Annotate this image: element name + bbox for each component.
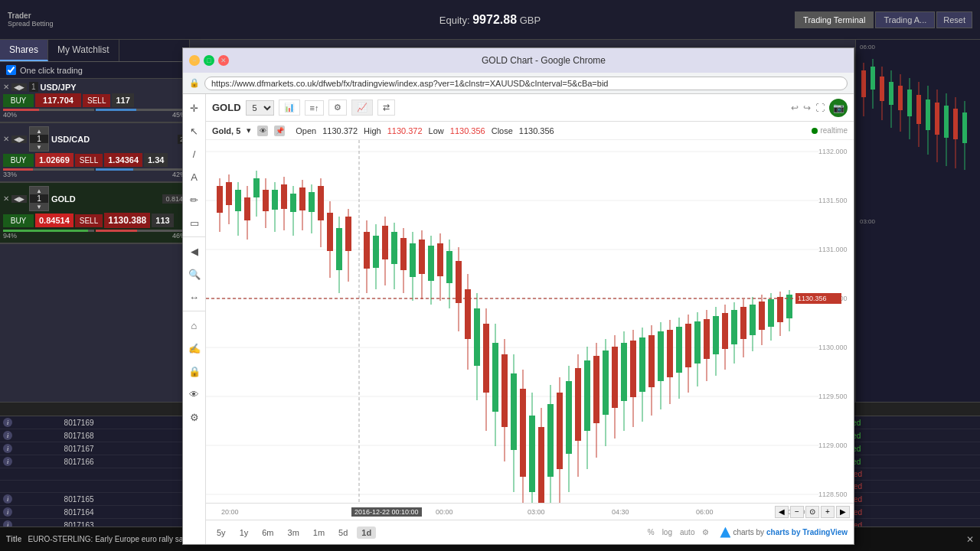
trade-info-7[interactable]: i — [3, 507, 12, 517]
gold-qty-up[interactable]: ▲ — [30, 187, 48, 194]
settings-bottom-tool[interactable]: ⚙ — [185, 408, 204, 426]
gold-buy-btn[interactable]: BUY — [3, 214, 34, 227]
chart-settings-btn[interactable]: ⚙ — [328, 99, 347, 116]
ohlc-close-value: 1130.356 — [519, 126, 554, 135]
trade-info-3[interactable]: i — [3, 457, 12, 466]
pair-gold: ✕ ◀▶ ▲ 1 ▼ GOLD 0.814 BUY 0.84514 SELL 1… — [0, 183, 189, 244]
one-click-checkbox[interactable] — [6, 65, 16, 75]
cursor-tool[interactable]: ↖ — [185, 122, 204, 140]
chart-expand-btn[interactable]: ⛶ — [815, 103, 825, 113]
chrome-minimize[interactable]: − — [189, 55, 200, 66]
selected-time-label: 2016-12-22 00:10:00 — [351, 507, 422, 517]
usdcad-qty-down[interactable]: ▼ — [30, 143, 48, 151]
trade-info-0[interactable]: i — [3, 418, 12, 427]
chart-camera-btn[interactable]: 📷 — [829, 99, 848, 117]
gold-sell-btn[interactable]: SELL — [75, 214, 103, 227]
tf-1y[interactable]: 1y — [235, 527, 253, 539]
svg-rect-30 — [263, 190, 269, 211]
chart-option-auto[interactable]: auto — [680, 528, 694, 536]
eye-tool[interactable]: 👁 — [185, 385, 204, 403]
svg-rect-138 — [768, 299, 774, 327]
pair-usdjpy-close[interactable]: ✕ — [3, 83, 9, 91]
usdcad-change: 1.02669 — [35, 153, 74, 167]
chart-interval-select[interactable]: 5 — [246, 100, 274, 116]
ohlc-open-label: Open — [296, 126, 316, 135]
tf-3m[interactable]: 3m — [283, 527, 304, 539]
chart-compare-btn[interactable]: ⇄ — [377, 99, 395, 116]
tf-1m[interactable]: 1m — [309, 527, 329, 539]
chart-redo-btn[interactable]: ↪ — [803, 103, 811, 113]
trade-info-2[interactable]: i — [3, 444, 12, 453]
tf-5d[interactable]: 5d — [334, 527, 352, 539]
chart-nav-zoom-in[interactable]: + — [821, 506, 835, 518]
svg-rect-155 — [898, 86, 903, 110]
svg-rect-100 — [593, 356, 599, 423]
svg-rect-60 — [410, 243, 416, 277]
lock-tool[interactable]: 🔒 — [185, 362, 204, 380]
main-container: Trader Spread Betting Equity: 9972.88 GB… — [0, 0, 980, 551]
pencil-tool[interactable]: ✍ — [185, 339, 204, 357]
pair-usdcad-close[interactable]: ✕ — [3, 135, 9, 143]
news-close-btn[interactable]: ✕ — [966, 534, 974, 545]
text-tool[interactable]: A — [185, 168, 204, 186]
trading-a-btn[interactable]: Trading A... — [875, 11, 935, 28]
chrome-close[interactable]: ✕ — [218, 55, 229, 66]
sidebar-tab-shares[interactable]: Shares — [0, 40, 48, 61]
crosshair-tool[interactable]: ✛ — [185, 99, 204, 117]
usdjpy-buy-btn[interactable]: BUY — [3, 94, 34, 107]
trade-info-6[interactable]: i — [3, 494, 12, 504]
chart-fullscreen-btn[interactable]: 📈 — [351, 99, 373, 116]
chart-indicators-btn[interactable]: ≡↑ — [305, 100, 325, 116]
one-click-label[interactable]: One click trading — [20, 66, 83, 75]
chart-option-settings[interactable]: ⚙ — [702, 528, 709, 536]
pair-usdjpy: ✕ ◀▶ 1 USD/JPY BUY 117.704 SELL 117 40% — [0, 79, 189, 123]
trading-terminal-btn[interactable]: Trading Terminal — [795, 11, 874, 28]
svg-rect-165 — [944, 106, 949, 138]
chart-option-log[interactable]: log — [662, 528, 672, 536]
trade-info-1[interactable]: i — [3, 431, 12, 440]
home-tool[interactable]: ⌂ — [185, 316, 204, 334]
usdcad-qty-up[interactable]: ▲ — [30, 127, 48, 135]
tradingview-link[interactable]: charts by TradingView — [766, 528, 848, 536]
chart-symbol-btn[interactable]: GOLD — [212, 102, 241, 113]
chrome-maximize[interactable]: □ — [204, 55, 214, 66]
tf-5y[interactable]: 5y — [212, 527, 230, 539]
sidebar-tab-watchlist[interactable]: My Watchlist — [48, 40, 119, 61]
usdcad-sell-btn[interactable]: SELL — [75, 154, 103, 167]
chart-svg-container[interactable]: 1132.000 1131.500 1131.000 1130.500 1130… — [206, 140, 854, 503]
chart-time-axis: 2016-12-22 00:10:00 20:00 21 00:00 03:00… — [206, 503, 854, 520]
usdjpy-qty-label: 1 — [29, 82, 38, 92]
reset-btn[interactable]: Reset — [936, 11, 972, 28]
svg-rect-132 — [740, 307, 746, 339]
tf-1d[interactable]: 1d — [357, 527, 376, 539]
chart-settings-icon2[interactable]: ▾ — [247, 126, 251, 135]
trendline-tool[interactable]: / — [185, 145, 204, 163]
back-tool[interactable]: ◀ — [185, 242, 204, 260]
chart-pin-icon[interactable]: 📌 — [274, 126, 285, 136]
chart-nav-back[interactable]: ◀ — [775, 506, 789, 518]
svg-rect-52 — [373, 236, 379, 268]
chart-nav-reset[interactable]: ⊙ — [805, 506, 819, 518]
usdjpy-sell-btn[interactable]: SELL — [83, 94, 110, 107]
rect-tool[interactable]: ▭ — [185, 214, 204, 232]
realtime-dot — [812, 128, 818, 134]
pair-gold-close[interactable]: ✕ — [3, 194, 9, 203]
chrome-url[interactable]: https://www.dfmarkets.co.uk/dfweb/fx/tra… — [204, 77, 848, 90]
measure-tool[interactable]: ↔ — [185, 288, 204, 306]
chart-bar-type-btn[interactable]: 📊 — [279, 99, 300, 116]
chart-nav-fwd[interactable]: ▶ — [836, 506, 850, 518]
chart-nav-zoom-out[interactable]: − — [790, 506, 804, 518]
tf-6m[interactable]: 6m — [257, 527, 278, 539]
chart-undo-btn[interactable]: ↩ — [791, 103, 799, 113]
usdcad-buy-btn[interactable]: BUY — [3, 154, 34, 167]
svg-rect-104 — [612, 347, 618, 408]
gold-qty-down[interactable]: ▼ — [30, 203, 48, 210]
draw-tool[interactable]: ✏ — [185, 191, 204, 209]
chart-eye-icon[interactable]: 👁 — [257, 126, 268, 136]
header-buttons: Trading Terminal Trading A... Reset — [795, 11, 972, 28]
usdjpy-name: USD/JPY — [41, 83, 77, 92]
chart-pair-display[interactable]: Gold, 5 — [212, 126, 240, 135]
zoom-tool[interactable]: 🔍 — [185, 265, 204, 283]
chart-option-pct[interactable]: % — [648, 528, 655, 536]
usdcad-buy-bar — [96, 168, 134, 171]
